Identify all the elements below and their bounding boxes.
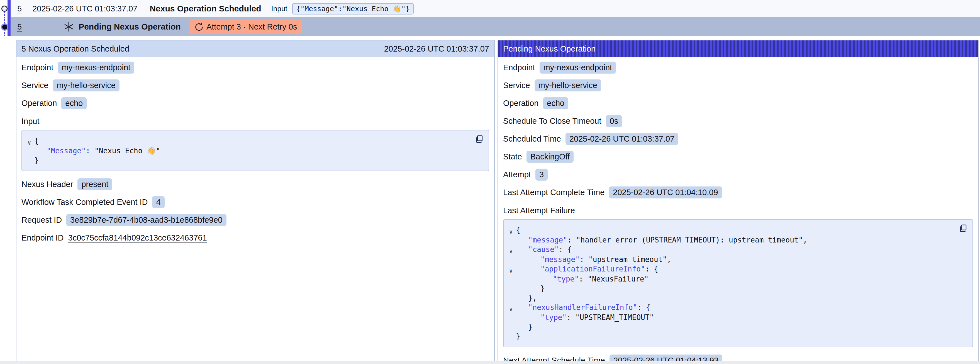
json-value: : "handler error (UPSTREAM_TIMEOUT): ups… [568, 236, 807, 244]
field-label: Operation [21, 99, 57, 108]
json-value: : "Nexus Echo 👋" [86, 147, 160, 155]
field-next-attempt-schedule-time: Next Attempt Schedule Time 2025-02-26 UT… [503, 354, 973, 361]
field-label: Endpoint [21, 63, 54, 72]
json-punct: } [528, 323, 533, 331]
scheduled-panel-timestamp: 2025-02-26 UTC 01:03:37.07 [384, 44, 489, 54]
timeline-accent-bar [8, 0, 11, 36]
field-value-badge: echo [61, 97, 87, 109]
field-scheduled-time: Scheduled Time 2025-02-26 UTC 01:03:37.0… [503, 133, 973, 145]
field-value-badge: my-hello-service [53, 80, 119, 91]
detail-panels: 5 Nexus Operation Scheduled 2025-02-26 U… [16, 40, 980, 361]
field-request-id: Request ID 3e829b7e-7d67-4b08-aad3-b1e86… [21, 214, 489, 226]
pending-id-link[interactable]: 5 [17, 22, 22, 32]
field-label: Operation [503, 99, 538, 108]
json-value: : { [637, 303, 650, 311]
failure-json-block: ∨ { "message": "handler error (UPSTREAM_… [503, 219, 973, 347]
copy-button[interactable] [475, 134, 484, 144]
attempt-retry-badge: Attempt 3 · Next Retry 0s [189, 19, 302, 34]
copy-icon [959, 224, 968, 233]
field-label: Service [503, 81, 530, 90]
json-line: ∨ { [506, 225, 953, 235]
collapse-chevron-icon[interactable]: ∨ [509, 228, 513, 235]
bottom-scrollbar-track[interactable] [0, 361, 980, 364]
event-rows: 5 2025-02-26 UTC 01:03:37.07 Nexus Opera… [11, 0, 980, 36]
copy-icon [475, 134, 484, 144]
json-value: : { [559, 245, 572, 254]
scheduled-panel-body: Endpoint my-nexus-endpoint Service my-he… [16, 57, 494, 253]
input-section-label: Input [21, 117, 489, 126]
collapse-chevron-icon[interactable]: ∨ [27, 139, 31, 146]
field-value-badge: 3 [535, 169, 548, 180]
field-value-badge: 0s [606, 115, 622, 127]
json-key: "type" [553, 275, 579, 283]
json-line: } [24, 155, 469, 165]
json-punct: }, [528, 294, 537, 302]
field-value-badge: 4 [152, 196, 164, 208]
collapse-chevron-icon[interactable]: ∨ [509, 248, 513, 255]
field-service: Service my-hello-service [503, 79, 973, 92]
field-label: Scheduled Time [503, 134, 561, 144]
copy-button[interactable] [959, 224, 968, 233]
event-input-label: Input [271, 5, 288, 13]
json-value: : { [645, 265, 658, 273]
scheduled-panel-header: 5 Nexus Operation Scheduled 2025-02-26 U… [16, 40, 494, 57]
scheduled-event-panel: 5 Nexus Operation Scheduled 2025-02-26 U… [16, 40, 495, 361]
field-value-badge: 3e829b7e-7d67-4b08-aad3-b1e868bfe9e0 [66, 214, 226, 226]
json-value: : "UPSTREAM_TIMEOUT" [566, 313, 654, 322]
field-nexus-header: Nexus Header present [21, 178, 489, 191]
json-punct: } [516, 332, 520, 341]
field-state: State BackingOff [503, 150, 973, 163]
json-line: "type": "UPSTREAM_TIMEOUT" [506, 313, 953, 322]
field-value-badge: present [78, 178, 112, 190]
field-label: Request ID [21, 216, 62, 225]
json-line: "type": "NexusFailure" [506, 274, 953, 284]
state-badge: BackingOff [527, 151, 574, 163]
event-timestamp: 2025-02-26 UTC 01:03:37.07 [32, 4, 137, 13]
json-line: "message": "upstream timeout", [506, 255, 953, 264]
field-value-badge: 2025-02-26 UTC 01:04:13.93 [609, 354, 722, 361]
endpoint-id-link[interactable]: 3c0c75ccfa8144b092c13ce632463761 [68, 233, 207, 243]
json-value: : "upstream timeout", [580, 255, 671, 263]
field-operation: Operation echo [503, 97, 973, 110]
field-label: Nexus Header [21, 180, 73, 189]
field-value-badge: 2025-02-26 UTC 01:04:10.09 [609, 187, 722, 198]
pending-panel-title: Pending Nexus Operation [503, 44, 596, 54]
collapse-chevron-icon[interactable]: ∨ [509, 306, 513, 313]
pending-operation-panel: Pending Nexus Operation Endpoint my-nexu… [498, 40, 978, 361]
event-row-scheduled[interactable]: 5 2025-02-26 UTC 01:03:37.07 Nexus Opera… [11, 0, 980, 17]
json-key: "type" [541, 313, 566, 322]
json-line: ∨ "cause": { [506, 245, 953, 255]
timeline-node-open-icon [2, 6, 8, 12]
json-line: ∨ "applicationFailureInfo": { [506, 264, 953, 274]
json-line: } [506, 322, 953, 332]
json-key: "nexusHandlerFailureInfo" [528, 303, 637, 311]
json-line: } [506, 284, 953, 293]
field-label: Next Attempt Schedule Time [503, 356, 605, 361]
pending-asterisk-icon [64, 21, 74, 32]
event-id-link[interactable]: 5 [17, 4, 22, 13]
attempt-badge-text: Attempt 3 · Next Retry 0s [207, 22, 297, 32]
json-punct: { [34, 137, 39, 145]
timeline-dashed-line [4, 12, 5, 36]
scheduled-panel-title: 5 Nexus Operation Scheduled [21, 44, 129, 54]
pending-operation-row[interactable]: 5 Pending Nexus Operation Attempt 3 · Ne… [11, 17, 980, 36]
event-input-preview-chip: {"Message":"Nexus Echo 👋"} [292, 3, 414, 14]
field-endpoint: Endpoint my-nexus-endpoint [21, 61, 489, 74]
json-key: "message" [528, 236, 568, 244]
json-key: "cause" [528, 245, 559, 254]
collapse-chevron-icon[interactable]: ∨ [509, 268, 513, 274]
json-value: : "NexusFailure" [579, 275, 649, 283]
json-line: "message": "handler error (UPSTREAM_TIME… [506, 235, 953, 245]
field-value-badge: my-hello-service [535, 80, 601, 91]
json-line: ∨ "nexusHandlerFailureInfo": { [506, 303, 953, 313]
failure-section-label: Last Attempt Failure [503, 206, 973, 215]
json-line: ∨ { [24, 136, 469, 146]
timeline-gutter [0, 0, 11, 36]
input-json-block: ∨ { "Message": "Nexus Echo 👋" } [21, 130, 489, 171]
field-operation: Operation echo [21, 97, 489, 110]
json-punct: } [34, 156, 39, 164]
json-key: "applicationFailureInfo" [541, 265, 645, 273]
timeline-node-selected-icon [2, 24, 7, 30]
json-key: "message" [541, 255, 580, 263]
field-workflow-task-completed-event-id: Workflow Task Completed Event ID 4 [21, 196, 489, 209]
